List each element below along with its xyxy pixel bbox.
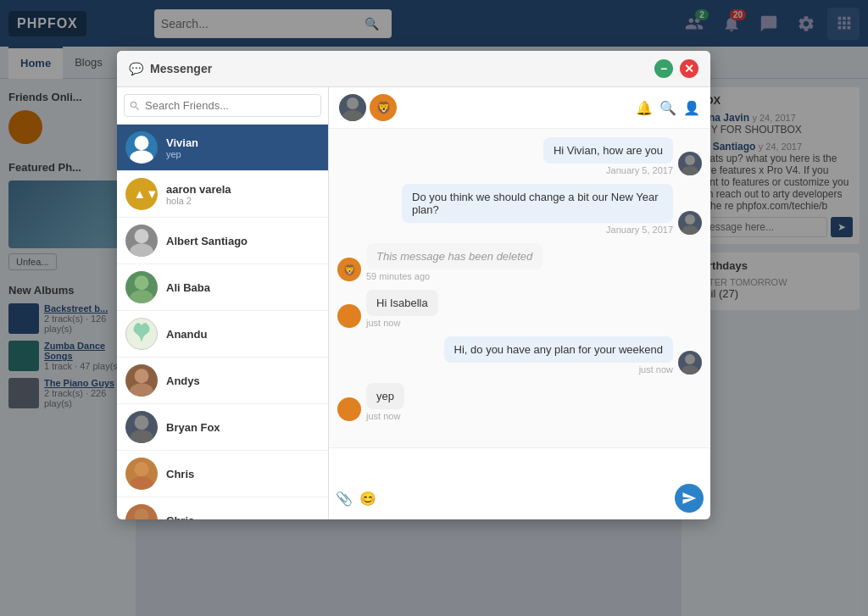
svg-point-16	[347, 97, 359, 109]
svg-point-4	[135, 229, 149, 243]
message-time-1: January 5, 2017	[543, 165, 673, 175]
svg-point-17	[342, 110, 363, 121]
contact-item-chris1[interactable]: Chris	[117, 451, 328, 497]
chat-panel: 🦁 🔔 🔍 👤 Hi Vivian, how are you January 5…	[329, 87, 710, 519]
svg-point-8	[135, 369, 149, 383]
contact-avatar-ali	[125, 271, 158, 303]
chat-send-button[interactable]	[675, 484, 704, 513]
message-bubble-1: Hi Vivian, how are you	[543, 137, 673, 164]
chat-input-area: 📎 😊	[329, 447, 710, 519]
attach-icon[interactable]: 📎	[336, 491, 353, 507]
message-bubble-2: Do you think we should change a bit our …	[402, 184, 673, 223]
contact-avatar-andys	[125, 364, 158, 397]
message-row-2: Do you think we should change a bit our …	[337, 184, 702, 235]
contact-info-andys: Andys	[166, 375, 320, 387]
contact-item-bryan[interactable]: Bryan Fox	[117, 404, 328, 451]
contact-name-chris2: Chris	[166, 514, 320, 520]
message-content-3: This message has been deleted 59 minutes…	[366, 243, 542, 281]
svg-point-22	[685, 214, 695, 225]
svg-point-12	[135, 462, 149, 476]
contacts-search	[117, 87, 328, 125]
message-row-6: yep just now	[337, 383, 702, 421]
svg-text:🦁: 🦁	[343, 264, 356, 276]
chat-message-input[interactable]	[336, 455, 704, 480]
svg-point-9	[130, 383, 153, 397]
sent-avatar-2	[678, 211, 702, 235]
contact-item-vivian[interactable]: Vivian yep	[117, 125, 328, 171]
chat-header-icons: 🔔 🔍 👤	[636, 100, 700, 116]
contact-avatar-aaron: ▲▼	[125, 178, 158, 210]
svg-point-5	[130, 243, 153, 257]
svg-point-1	[130, 150, 153, 164]
message-time-3: 59 minutes ago	[366, 271, 542, 281]
message-time-2: January 5, 2017	[402, 225, 673, 235]
svg-point-21	[682, 166, 698, 175]
received-avatar-4	[337, 304, 361, 328]
message-row-5: Hi, do you have any plan for your weeken…	[337, 336, 702, 375]
svg-point-29	[339, 399, 359, 419]
messenger-modal: 💬 Messenger − ✕ Vivian yep	[117, 51, 710, 519]
contact-name-albert: Albert Santiago	[166, 235, 320, 247]
emoji-icon[interactable]: 😊	[359, 491, 376, 507]
messenger-close-button[interactable]: ✕	[680, 59, 698, 78]
messenger-minimize-button[interactable]: −	[654, 59, 673, 78]
contact-avatar-chris1	[125, 458, 158, 490]
contact-item-chris2[interactable]: Chris	[117, 497, 328, 519]
contact-avatar-bryan	[125, 411, 158, 443]
search-chat-icon[interactable]: 🔍	[659, 100, 676, 116]
contact-name-aaron: aaron varela	[166, 183, 320, 196]
svg-point-6	[135, 275, 149, 290]
message-content-1: Hi Vivian, how are you January 5, 2017	[543, 137, 673, 175]
svg-point-14	[135, 508, 149, 519]
message-content-5: Hi, do you have any plan for your weeken…	[444, 336, 673, 375]
contact-avatar-chris2	[125, 504, 158, 519]
svg-point-23	[682, 225, 698, 235]
message-bubble-3: This message has been deleted	[366, 243, 542, 269]
message-row-1: Hi Vivian, how are you January 5, 2017	[337, 137, 702, 175]
received-avatar-6	[337, 397, 361, 421]
contact-info-vivian: Vivian yep	[166, 136, 320, 159]
bell-icon[interactable]: 🔔	[636, 100, 653, 116]
contact-item-andys[interactable]: Andys	[117, 358, 328, 404]
svg-point-28	[682, 365, 698, 375]
message-bubble-5: Hi, do you have any plan for your weeken…	[444, 336, 673, 363]
svg-text:🦁: 🦁	[376, 101, 392, 115]
person-icon[interactable]: 👤	[683, 100, 700, 116]
message-row-4: Hi Isabella just now	[337, 290, 702, 328]
contact-name-bryan: Bryan Fox	[166, 421, 320, 434]
chat-messages: Hi Vivian, how are you January 5, 2017 D…	[329, 129, 710, 447]
contact-info-anandu: Anandu	[166, 328, 320, 341]
contacts-search-input[interactable]	[124, 94, 321, 117]
svg-point-13	[130, 476, 153, 490]
contact-item-aaron[interactable]: ▲▼ aaron varela hola 2	[117, 171, 328, 218]
contacts-list: Vivian yep ▲▼ aaron varela hola 2	[117, 125, 328, 519]
svg-point-20	[685, 155, 695, 165]
svg-point-11	[130, 430, 153, 443]
chat-header-avatar-1	[339, 94, 366, 121]
contact-avatar-albert	[125, 225, 158, 257]
chat-header: 🦁 🔔 🔍 👤	[329, 87, 710, 129]
svg-point-26	[339, 306, 359, 326]
contact-info-chris1: Chris	[166, 468, 320, 480]
svg-point-27	[685, 354, 695, 364]
message-content-4: Hi Isabella just now	[366, 290, 438, 328]
contact-avatar-anandu	[125, 318, 158, 350]
messenger-body: Vivian yep ▲▼ aaron varela hola 2	[117, 87, 710, 519]
svg-text:▲▼: ▲▼	[134, 187, 159, 201]
contact-status-aaron: hola 2	[166, 196, 320, 206]
message-row-3: 🦁 This message has been deleted 59 minut…	[337, 243, 702, 281]
contact-info-chris2: Chris	[166, 514, 320, 520]
contact-info-ali: Ali Baba	[166, 281, 320, 294]
contact-name-ali: Ali Baba	[166, 281, 320, 294]
sent-avatar-5	[678, 351, 702, 375]
contact-avatar-vivian	[125, 131, 158, 164]
message-content-2: Do you think we should change a bit our …	[402, 184, 673, 235]
contact-item-anandu[interactable]: Anandu	[117, 311, 328, 358]
contact-item-ali[interactable]: Ali Baba	[117, 264, 328, 311]
svg-point-10	[135, 415, 149, 430]
messenger-title: Messenger	[150, 62, 648, 75]
contact-name-vivian: Vivian	[166, 136, 320, 149]
message-time-5: just now	[444, 364, 673, 375]
received-avatar-3: 🦁	[337, 258, 361, 281]
contact-item-albert[interactable]: Albert Santiago	[117, 218, 328, 264]
